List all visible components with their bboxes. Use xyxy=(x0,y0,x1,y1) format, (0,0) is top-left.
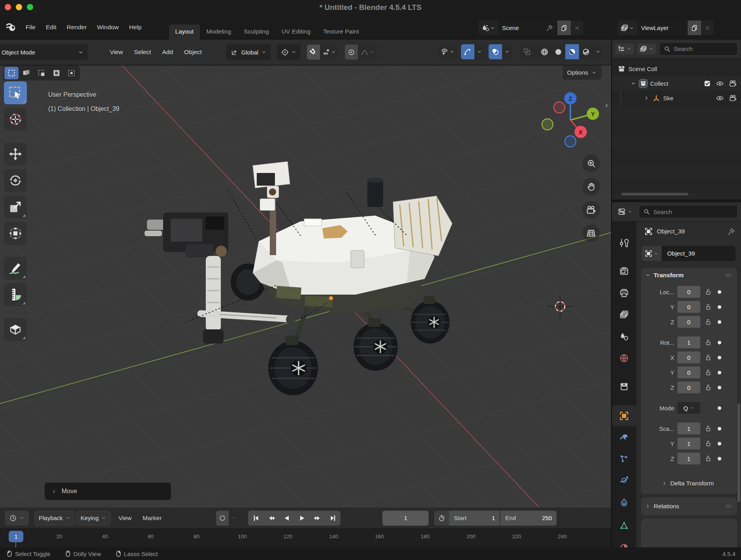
hide-eye-icon[interactable] xyxy=(716,79,724,88)
properties-search-input[interactable]: Search xyxy=(639,205,738,218)
shading-wireframe-button[interactable] xyxy=(538,44,551,59)
workspace-tab-modeling[interactable]: Modeling xyxy=(200,24,237,39)
outliner-row-scene-coll[interactable]: Scene Coll xyxy=(612,62,741,76)
play-button[interactable] xyxy=(294,511,310,526)
use-preview-range-toggle[interactable] xyxy=(434,511,449,526)
new-scene-button[interactable] xyxy=(557,21,571,35)
hide-eye-icon[interactable] xyxy=(716,94,724,102)
current-frame-field[interactable]: 1 xyxy=(382,511,429,526)
transform-value-field[interactable]: 0 xyxy=(677,381,700,393)
animate-dot[interactable] xyxy=(718,320,721,324)
shading-rendered-button[interactable] xyxy=(579,44,593,59)
transform-value-field[interactable]: 0 xyxy=(677,366,700,378)
viewport-menu-view[interactable]: View xyxy=(104,46,128,58)
zoom-view-button[interactable] xyxy=(582,154,600,172)
workspace-tab-sculpting[interactable]: Sculpting xyxy=(237,24,275,39)
timeline-keying-dropdown[interactable]: Keying xyxy=(76,511,111,526)
transform-value-field[interactable]: 1 xyxy=(677,453,700,464)
lock-open-icon[interactable] xyxy=(704,338,712,346)
unlink-scene-button[interactable] xyxy=(571,21,583,35)
next-keyframe-button[interactable] xyxy=(310,511,325,526)
rotation-mode-dropdown[interactable]: Q xyxy=(677,402,700,414)
collapse-icon[interactable] xyxy=(630,81,636,86)
animate-dot[interactable] xyxy=(718,427,721,430)
auto-key-toggle[interactable] xyxy=(216,511,229,526)
animate-dot[interactable] xyxy=(718,305,721,309)
camera-view-button[interactable] xyxy=(582,201,600,219)
outliner-display-mode-dropdown[interactable] xyxy=(615,43,634,54)
menu-edit[interactable]: Edit xyxy=(41,21,62,33)
tool-add-cube[interactable] xyxy=(4,318,27,341)
select-mode-invert[interactable] xyxy=(49,67,64,79)
properties-tab-scene[interactable] xyxy=(612,326,636,347)
overlays-dropdown[interactable] xyxy=(502,44,512,59)
properties-tab-particles[interactable] xyxy=(612,449,636,469)
falloff-dropdown[interactable] xyxy=(358,45,377,60)
menu-file[interactable]: File xyxy=(21,21,41,33)
select-mode-extend[interactable] xyxy=(19,67,34,79)
transform-orientation-dropdown[interactable]: Global xyxy=(226,44,271,60)
transform-panel-header[interactable]: Transform xyxy=(641,268,737,282)
timeline-editor-type-dropdown[interactable] xyxy=(5,511,29,526)
gizmo-x-neg-ball[interactable] xyxy=(554,102,565,113)
remove-viewlayer-button[interactable] xyxy=(701,21,714,35)
properties-tab-data[interactable] xyxy=(612,515,636,536)
3d-viewport[interactable]: Z Y X User Perspective (1) Collection | … xyxy=(0,66,611,507)
properties-editor-type-dropdown[interactable] xyxy=(615,206,635,218)
transform-value-field[interactable]: 1 xyxy=(677,423,700,434)
properties-tab-object[interactable] xyxy=(612,406,636,426)
gizmo-y-neg-ball[interactable] xyxy=(542,119,553,130)
animate-dot[interactable] xyxy=(718,341,721,344)
transform-value-field[interactable]: 0 xyxy=(677,301,700,313)
tool-transform[interactable] xyxy=(4,222,27,245)
properties-tab-tool[interactable] xyxy=(612,233,636,253)
animate-dot[interactable] xyxy=(718,406,721,410)
transform-value-field[interactable]: 0 xyxy=(677,316,700,328)
disable-render-icon[interactable] xyxy=(729,79,737,88)
gizmo-dropdown[interactable] xyxy=(474,44,485,59)
pin-icon[interactable] xyxy=(546,24,553,32)
timeline-menu-view[interactable]: View xyxy=(113,515,137,522)
orthographic-toggle-button[interactable] xyxy=(582,224,600,242)
lock-open-icon[interactable] xyxy=(704,455,712,462)
show-overlays-toggle[interactable] xyxy=(489,44,502,59)
tool-measure[interactable] xyxy=(4,283,27,306)
shading-material-button[interactable] xyxy=(565,44,579,59)
scene-name-field[interactable]: Scene xyxy=(498,21,557,35)
delta-transform-panel-header[interactable]: Delta Transform xyxy=(662,480,714,487)
properties-tab-constraints[interactable] xyxy=(612,492,636,513)
prev-keyframe-button[interactable] xyxy=(263,511,279,526)
tool-tweak-select[interactable] xyxy=(4,81,27,104)
relations-panel-header[interactable]: Relations xyxy=(641,497,737,515)
jump-start-button[interactable] xyxy=(248,511,263,526)
properties-tab-view-layer[interactable] xyxy=(612,304,636,325)
lock-open-icon[interactable] xyxy=(704,383,712,391)
lock-open-icon[interactable] xyxy=(704,318,712,326)
properties-tab-world[interactable] xyxy=(612,348,636,368)
timeline-menu-marker[interactable]: Marker xyxy=(137,515,167,522)
outliner-row-ske[interactable]: Ske xyxy=(612,91,741,105)
outliner-row-collect[interactable]: Collect xyxy=(612,76,741,91)
properties-tab-output[interactable] xyxy=(612,283,636,303)
play-reverse-button[interactable] xyxy=(279,511,294,526)
properties-tab-render[interactable] xyxy=(612,261,636,282)
gizmo-z-neg-ball[interactable] xyxy=(565,136,576,147)
animate-dot[interactable] xyxy=(718,386,721,389)
object-name-field[interactable]: Object_39 xyxy=(662,246,735,261)
lock-open-icon[interactable] xyxy=(704,368,712,376)
operator-panel[interactable]: Move xyxy=(45,483,171,500)
end-frame-field[interactable]: End 250 xyxy=(500,511,557,526)
select-mode-subtract[interactable] xyxy=(34,67,49,79)
transform-value-field[interactable]: 1 xyxy=(677,438,700,449)
menu-render[interactable]: Render xyxy=(62,21,92,33)
lock-open-icon[interactable] xyxy=(704,425,712,432)
outliner-search-input[interactable]: Search xyxy=(659,42,738,56)
lock-open-icon[interactable] xyxy=(704,353,712,361)
menu-help[interactable]: Help xyxy=(124,21,147,33)
pan-view-button[interactable] xyxy=(582,178,600,195)
show-gizmo-toggle[interactable] xyxy=(461,44,474,59)
menu-window[interactable]: Window xyxy=(92,21,124,33)
workspace-tab-uv-editing[interactable]: UV Editing xyxy=(275,24,317,39)
lock-open-icon[interactable] xyxy=(704,288,712,296)
maximize-traffic-light[interactable] xyxy=(27,4,33,10)
